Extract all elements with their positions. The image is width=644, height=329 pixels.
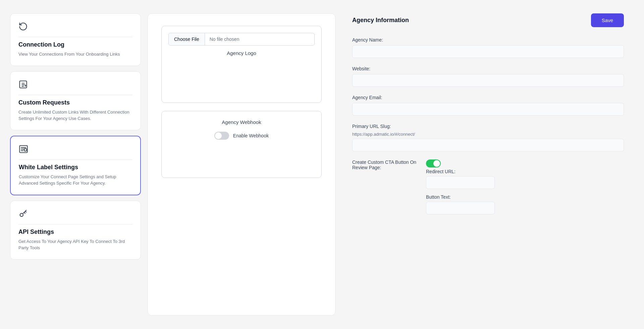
sidebar-item-title: White Label Settings [19, 164, 132, 171]
button-text-label: Button Text: [426, 194, 495, 200]
save-button[interactable]: Save [591, 13, 624, 27]
agency-webhook-card: Agency Webhook Enable Webhook [161, 111, 322, 178]
right-panel: Agency Information Save Agency Name: Web… [342, 13, 634, 316]
sidebar-item-desc: Create Unlimited Custom Links With Diffe… [18, 109, 132, 122]
sidebar-item-white-label[interactable]: White Label Settings Customize Your Conn… [10, 136, 141, 195]
choose-file-button[interactable]: Choose File [169, 33, 205, 45]
cta-toggle-col: Redirect URL: Button Text: [426, 159, 495, 214]
sidebar-item-desc: Get Access To Your Agency API Key To Con… [18, 238, 132, 251]
file-input-row: Choose File No file chosen [168, 33, 315, 46]
agency-name-label: Agency Name: [352, 37, 624, 43]
agency-email-label: Agency Email: [352, 95, 624, 100]
sidebar-item-custom-requests[interactable]: Custom Requests Create Unlimited Custom … [10, 71, 141, 130]
main-content: Choose File No file chosen Agency Logo A… [148, 13, 335, 316]
agency-name-field: Agency Name: [352, 37, 624, 58]
sidebar-item-desc: Customize Your Connect Page Settings and… [19, 174, 132, 187]
enable-webhook-toggle[interactable] [214, 132, 229, 140]
website-input[interactable] [352, 74, 624, 87]
webhook-toggle-row: Enable Webhook [170, 132, 313, 140]
agency-webhook-title: Agency Webhook [170, 119, 313, 125]
redirect-section: Redirect URL: Button Text: [426, 169, 495, 214]
sidebar-item-title: Custom Requests [18, 99, 132, 106]
agency-logo-label: Agency Logo [168, 50, 315, 56]
sidebar-item-title: API Settings [18, 228, 132, 236]
agency-logo-card: Choose File No file chosen Agency Logo [161, 26, 322, 103]
api-key-icon [18, 209, 132, 221]
redirect-url-input[interactable] [426, 176, 495, 189]
agency-info-title: Agency Information [352, 17, 409, 24]
primary-url-slug-label: Primary URL Slug: [352, 124, 624, 129]
agency-email-input[interactable] [352, 103, 624, 116]
right-panel-header: Agency Information Save [352, 13, 624, 27]
website-field: Website: [352, 66, 624, 87]
sidebar-item-title: Connection Log [18, 41, 132, 48]
redirect-url-label: Redirect URL: [426, 169, 495, 174]
url-slug-hint: https://app.admatic.io/#/connect/ [352, 132, 624, 137]
svg-rect-2 [24, 148, 26, 151]
enable-webhook-label: Enable Webhook [233, 133, 269, 138]
primary-url-slug-field: Primary URL Slug: https://app.admatic.io… [352, 124, 624, 151]
svg-point-3 [20, 213, 23, 216]
white-label-icon [19, 144, 132, 156]
website-label: Website: [352, 66, 624, 71]
sidebar-item-desc: View Your Connections From Your Onboardi… [18, 51, 132, 58]
cta-toggle[interactable] [426, 159, 441, 168]
no-file-label: No file chosen [205, 33, 244, 45]
sidebar-item-api-settings[interactable]: API Settings Get Access To Your Agency A… [10, 201, 141, 260]
refresh-icon [18, 22, 132, 34]
sidebar: Connection Log View Your Connections Fro… [10, 13, 141, 316]
agency-email-field: Agency Email: [352, 95, 624, 116]
svg-rect-0 [20, 81, 27, 88]
cta-label-col: Create Custom CTA Button On Review Page: [352, 159, 419, 173]
sidebar-item-connection-log[interactable]: Connection Log View Your Connections Fro… [10, 13, 141, 66]
button-text-input[interactable] [426, 202, 495, 214]
primary-url-slug-input[interactable] [352, 139, 624, 151]
agency-name-input[interactable] [352, 45, 624, 58]
create-cta-label: Create Custom CTA Button On Review Page: [352, 159, 419, 170]
custom-requests-icon [18, 80, 132, 91]
cta-row: Create Custom CTA Button On Review Page:… [352, 159, 624, 214]
